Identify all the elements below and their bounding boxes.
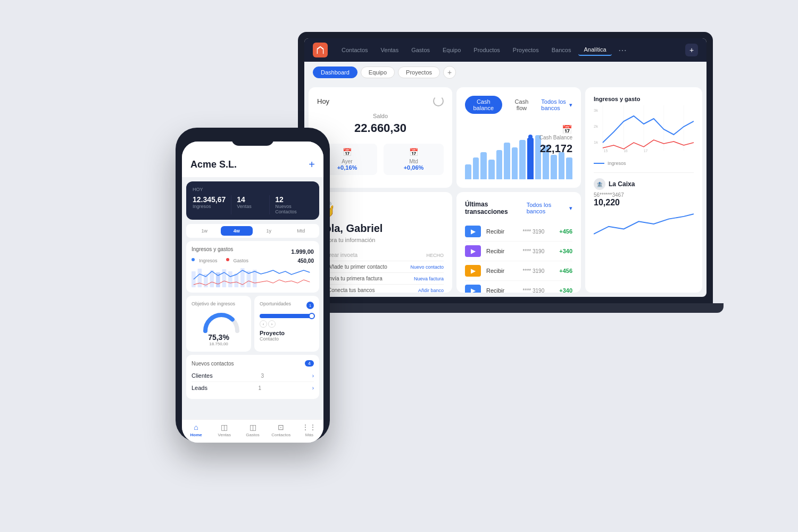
svg-rect-12 bbox=[198, 269, 202, 287]
transactions-card: Últimas transacciones Todos los bancos ▾… bbox=[456, 192, 581, 293]
cash-card: Cash balance Cash flow Todos los bancos … bbox=[456, 87, 581, 188]
tab-proyectos[interactable]: Proyectos bbox=[398, 66, 440, 78]
phone-today-label: HOY bbox=[193, 187, 313, 192]
opport-next[interactable]: › bbox=[268, 320, 276, 328]
la-caixa-section: 🏦 La Caixa 56******3467 10,220 bbox=[594, 172, 694, 237]
ventas-icon: ◫ bbox=[221, 423, 228, 431]
contact-clientes-name: Clientes bbox=[192, 372, 213, 379]
opport-header: Oportunidades 1 bbox=[260, 301, 314, 310]
task-3-label: Envía tu primera factura bbox=[326, 276, 410, 281]
legend-gastos-text: Gastos bbox=[234, 258, 249, 264]
stat-mtd-label: Mtd bbox=[388, 159, 439, 164]
nav-gastos[interactable]: Gastos bbox=[406, 45, 435, 55]
laptop-body: Contactos Ventas Gastos Equipo Productos… bbox=[298, 32, 713, 303]
contact-row-clientes[interactable]: Clientes 3 › bbox=[192, 370, 314, 382]
la-caixa-value: 10,220 bbox=[594, 198, 694, 207]
todos-bancos-dropdown[interactable]: Todos los bancos ▾ bbox=[541, 98, 572, 111]
phone-company-name: Acme S.L. bbox=[190, 159, 237, 170]
phone-tab-4w[interactable]: 4w bbox=[221, 226, 253, 236]
tab-equipo[interactable]: Equipo bbox=[361, 66, 395, 78]
cash-balance-button[interactable]: Cash balance bbox=[465, 96, 502, 114]
nav-bancos[interactable]: Bancos bbox=[546, 45, 577, 55]
phone-stat-ventas: 14 Ventas bbox=[237, 195, 270, 214]
trans-amount-2: +340 bbox=[559, 248, 572, 254]
phone-tab-1w[interactable]: 1w bbox=[188, 226, 221, 236]
task-3: ✉ Envía tu primera factura Nueva factura bbox=[317, 273, 444, 285]
nav-productos[interactable]: Productos bbox=[468, 45, 505, 55]
phone-nav-contactos-label: Contactos bbox=[271, 433, 290, 437]
phone-nav-gastos[interactable]: ◫ Gastos bbox=[238, 423, 267, 437]
phone-nav-home[interactable]: ⌂ Home bbox=[182, 423, 210, 437]
trans-acct-4: **** 3190 bbox=[523, 288, 554, 293]
contact-row-leads[interactable]: Leads 1 › bbox=[192, 382, 314, 394]
svg-text:17: 17 bbox=[644, 149, 648, 153]
chevron-down-icon: ▾ bbox=[569, 102, 572, 109]
task-4-link[interactable]: Añdir banco bbox=[418, 288, 444, 293]
opport-prev[interactable]: ‹ bbox=[260, 320, 267, 328]
trans-title: Últimas transacciones bbox=[465, 201, 527, 215]
phone-contacts-value: 12 bbox=[275, 195, 302, 204]
chevron-down2-icon: ▾ bbox=[569, 205, 572, 212]
nav-proyectos[interactable]: Proyectos bbox=[508, 45, 544, 55]
svg-rect-11 bbox=[192, 271, 196, 287]
phone-chart-legend: Ingresos Gastos 450,00 bbox=[192, 258, 314, 264]
opport-progress-bar bbox=[260, 314, 314, 318]
laptop-base bbox=[287, 303, 724, 313]
trans-icon-1: ▶ bbox=[465, 226, 481, 237]
today-label: Hoy bbox=[317, 97, 329, 105]
trans-amount-3: +456 bbox=[559, 268, 572, 274]
tab-add-button[interactable]: + bbox=[443, 66, 456, 79]
gastos-icon: ◫ bbox=[250, 423, 256, 431]
trans-header: Últimas transacciones Todos los bancos ▾ bbox=[465, 201, 572, 215]
la-caixa-name: La Caixa bbox=[609, 180, 635, 188]
trans-bank-dropdown[interactable]: Todos los bancos ▾ bbox=[527, 202, 572, 214]
tab-dashboard[interactable]: Dashboard bbox=[313, 66, 358, 78]
nav-contactos[interactable]: Contactos bbox=[336, 45, 373, 55]
phone-nav-contactos[interactable]: ⊡ Contactos bbox=[267, 423, 295, 437]
phone-tab-mtd[interactable]: Mtd bbox=[285, 226, 318, 236]
tab-bar: Dashboard Equipo Proyectos + bbox=[304, 62, 706, 83]
cash-bar-2 bbox=[480, 152, 487, 179]
cash-bar-3 bbox=[488, 160, 495, 179]
phone-ingresos-value: 12.345,67 bbox=[193, 195, 226, 204]
svg-rect-16 bbox=[222, 269, 227, 287]
task-2-label: Añade tu primer contacto bbox=[328, 264, 406, 270]
phone-today-stats: 12.345,67 Ingresos 14 Ventas 12 Nuevos C… bbox=[193, 195, 313, 214]
phone-tab-1y[interactable]: 1y bbox=[253, 226, 285, 236]
nav-equipo[interactable]: Equipo bbox=[437, 45, 466, 55]
phone-chart-values: 1.999,00 bbox=[291, 246, 314, 256]
main-content: Hoy Saldo 22.660,30 📅 Ayer +0,16% bbox=[304, 83, 706, 297]
phone-contacts-header: Nuevos contactos 4 bbox=[192, 360, 314, 367]
chart-legend: Ingresos bbox=[594, 161, 694, 166]
trans-row-4: ▶ Recibir **** 3190 +340 bbox=[465, 281, 572, 293]
nav-more-dots[interactable]: ⋯ bbox=[618, 45, 627, 55]
calendar2-icon: 📅 bbox=[388, 148, 439, 156]
laptop-screen: Contactos Ventas Gastos Equipo Productos… bbox=[304, 38, 706, 297]
refresh-icon[interactable] bbox=[433, 96, 444, 106]
phone-nav-mas[interactable]: ⋮⋮ Más bbox=[295, 423, 323, 437]
task-3-link[interactable]: Nueva factura bbox=[414, 276, 444, 281]
nav-add-button[interactable]: + bbox=[685, 44, 698, 56]
contact-leads-count: 1 bbox=[259, 385, 262, 391]
trans-icon-4: ▶ bbox=[465, 285, 481, 293]
welcome-card: 👋 Hola, Gabriel Explora tu información ✓… bbox=[309, 192, 452, 293]
legend-ingresos-dot bbox=[192, 258, 195, 261]
trans-name-2: Recibir bbox=[486, 248, 518, 254]
cash-balance-value: 22,172 bbox=[539, 143, 572, 155]
phone: Acme S.L. + HOY 12.345,67 Ingresos 14 Ve… bbox=[176, 128, 330, 442]
phone-nav-ventas[interactable]: ◫ Ventas bbox=[210, 423, 238, 437]
phone-bottom-nav: ⌂ Home ◫ Ventas ◫ Gastos ⊡ Contactos bbox=[182, 419, 323, 443]
app-logo[interactable] bbox=[313, 43, 328, 57]
phone-screen: Acme S.L. + HOY 12.345,67 Ingresos 14 Ve… bbox=[182, 142, 323, 443]
phone-content: Ingresos y gastos 1.999,00 Ingresos Gast… bbox=[182, 241, 323, 419]
nav-analitica[interactable]: Analítica bbox=[578, 44, 611, 56]
phone-notch bbox=[231, 134, 274, 146]
phone-add-button[interactable]: + bbox=[309, 159, 315, 171]
cash-flow-button[interactable]: Cash flow bbox=[506, 96, 537, 114]
right-panel-card: Ingresos y gasto 3k 2k 1k bbox=[585, 87, 702, 293]
cash-bar-13 bbox=[566, 157, 572, 179]
task-1: ✓ Crear invoeta HECHO bbox=[317, 250, 444, 261]
task-2-link[interactable]: Nuevo contacto bbox=[410, 264, 444, 270]
phone-chart-card: Ingresos y gastos 1.999,00 Ingresos Gast… bbox=[186, 241, 319, 293]
nav-ventas[interactable]: Ventas bbox=[376, 45, 404, 55]
